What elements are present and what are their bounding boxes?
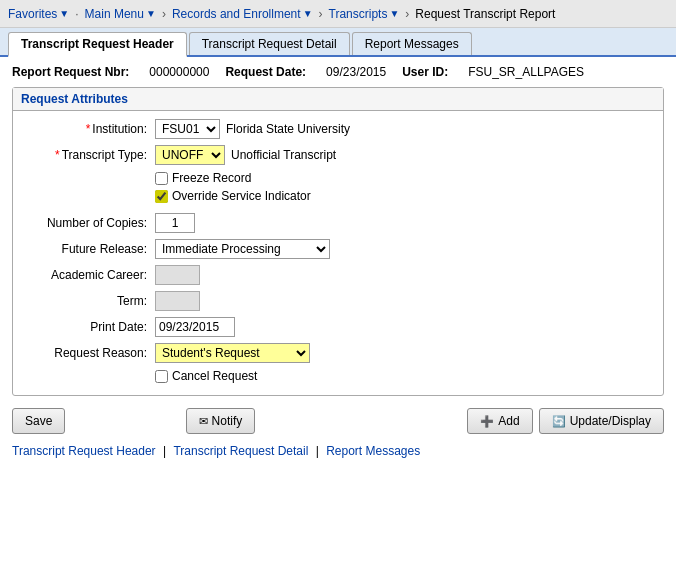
nav-transcripts[interactable]: Transcripts ▼ xyxy=(329,7,400,21)
link-transcript-detail[interactable]: Transcript Request Detail xyxy=(173,444,308,458)
nav-records[interactable]: Records and Enrollment ▼ xyxy=(172,7,313,21)
term-controls xyxy=(155,291,200,311)
print-date-row: Print Date: xyxy=(25,317,651,337)
nav-sep-3: › xyxy=(319,7,323,21)
save-button[interactable]: Save xyxy=(12,408,65,434)
freeze-record-row: Freeze Record xyxy=(155,171,651,185)
update-display-button[interactable]: 🔄 Update/Display xyxy=(539,408,664,434)
career-controls xyxy=(155,265,200,285)
transcript-type-label: Transcript Type: xyxy=(25,148,155,162)
print-date-label: Print Date: xyxy=(25,320,155,334)
institution-name: Florida State University xyxy=(226,122,350,136)
transcript-type-select[interactable]: UNOFF xyxy=(155,145,225,165)
career-row: Academic Career: xyxy=(25,265,651,285)
tab-messages[interactable]: Report Messages xyxy=(352,32,472,55)
records-arrow-icon: ▼ xyxy=(303,8,313,19)
reason-select[interactable]: Student's Request xyxy=(155,343,310,363)
cancel-request-label: Cancel Request xyxy=(172,369,257,383)
reason-controls: Student's Request xyxy=(155,343,310,363)
term-label: Term: xyxy=(25,294,155,308)
career-label: Academic Career: xyxy=(25,268,155,282)
copies-controls xyxy=(155,213,195,233)
transcript-type-name: Unofficial Transcript xyxy=(231,148,336,162)
nav-sep-1: · xyxy=(75,7,78,21)
freeze-record-checkbox[interactable] xyxy=(155,172,168,185)
institution-label: Institution: xyxy=(25,122,155,136)
nav-sep-4: › xyxy=(405,7,409,21)
nbr-value: 000000000 xyxy=(149,65,209,79)
link-sep-1: | xyxy=(163,444,169,458)
institution-row: Institution: FSU01 Florida State Univers… xyxy=(25,119,651,139)
institution-select[interactable]: FSU01 xyxy=(155,119,220,139)
transcript-type-controls: UNOFF Unofficial Transcript xyxy=(155,145,336,165)
attributes-title: Request Attributes xyxy=(13,88,663,111)
reason-label: Request Reason: xyxy=(25,346,155,360)
attributes-body: Institution: FSU01 Florida State Univers… xyxy=(13,111,663,395)
notify-icon: ✉ xyxy=(199,415,208,428)
add-button[interactable]: ➕ Add xyxy=(467,408,532,434)
cancel-request-checkbox[interactable] xyxy=(155,370,168,383)
request-attributes-box: Request Attributes Institution: FSU01 Fl… xyxy=(12,87,664,396)
release-label: Future Release: xyxy=(25,242,155,256)
link-transcript-header[interactable]: Transcript Request Header xyxy=(12,444,156,458)
favorites-arrow-icon: ▼ xyxy=(59,8,69,19)
release-row: Future Release: Immediate Processing xyxy=(25,239,651,259)
update-icon: 🔄 xyxy=(552,415,566,428)
link-report-messages[interactable]: Report Messages xyxy=(326,444,420,458)
tab-header[interactable]: Transcript Request Header xyxy=(8,32,187,57)
main-menu-arrow-icon: ▼ xyxy=(146,8,156,19)
date-value: 09/23/2015 xyxy=(326,65,386,79)
term-row: Term: xyxy=(25,291,651,311)
nbr-label: Report Request Nbr: xyxy=(12,65,129,79)
override-service-row: Override Service Indicator xyxy=(155,189,651,203)
transcripts-arrow-icon: ▼ xyxy=(389,8,399,19)
copies-row: Number of Copies: xyxy=(25,213,651,233)
nav-sep-2: › xyxy=(162,7,166,21)
userid-value: FSU_SR_ALLPAGES xyxy=(468,65,584,79)
footer-left: Save xyxy=(12,408,65,434)
tab-bar: Transcript Request Header Transcript Req… xyxy=(0,28,676,57)
top-navigation: Favorites ▼ · Main Menu ▼ › Records and … xyxy=(0,0,676,28)
override-service-label: Override Service Indicator xyxy=(172,189,311,203)
print-date-controls xyxy=(155,317,235,337)
release-controls: Immediate Processing xyxy=(155,239,330,259)
tab-detail[interactable]: Transcript Request Detail xyxy=(189,32,350,55)
notify-button[interactable]: ✉ Notify xyxy=(186,408,256,434)
cancel-request-row: Cancel Request xyxy=(155,369,651,383)
transcript-type-row: Transcript Type: UNOFF Unofficial Transc… xyxy=(25,145,651,165)
footer-buttons: Save ✉ Notify ➕ Add 🔄 Update/Display xyxy=(12,404,664,438)
userid-label: User ID: xyxy=(402,65,448,79)
footer-right-area: ✉ Notify ➕ Add 🔄 Update/Display xyxy=(186,408,664,434)
link-sep-2: | xyxy=(316,444,322,458)
nav-current-page: Request Transcript Report xyxy=(415,7,555,21)
copies-input[interactable] xyxy=(155,213,195,233)
nav-main-menu[interactable]: Main Menu ▼ xyxy=(85,7,156,21)
date-label: Request Date: xyxy=(225,65,306,79)
copies-label: Number of Copies: xyxy=(25,216,155,230)
freeze-record-label: Freeze Record xyxy=(172,171,251,185)
add-icon: ➕ xyxy=(480,415,494,428)
report-info-row: Report Request Nbr: 000000000 Request Da… xyxy=(12,65,664,79)
nav-favorites[interactable]: Favorites ▼ xyxy=(8,7,69,21)
release-select[interactable]: Immediate Processing xyxy=(155,239,330,259)
reason-row: Request Reason: Student's Request xyxy=(25,343,651,363)
institution-controls: FSU01 Florida State University xyxy=(155,119,350,139)
career-input[interactable] xyxy=(155,265,200,285)
override-service-checkbox[interactable] xyxy=(155,190,168,203)
main-content: Report Request Nbr: 000000000 Request Da… xyxy=(0,57,676,466)
bottom-links: Transcript Request Header | Transcript R… xyxy=(12,444,664,458)
print-date-input[interactable] xyxy=(155,317,235,337)
term-input[interactable] xyxy=(155,291,200,311)
